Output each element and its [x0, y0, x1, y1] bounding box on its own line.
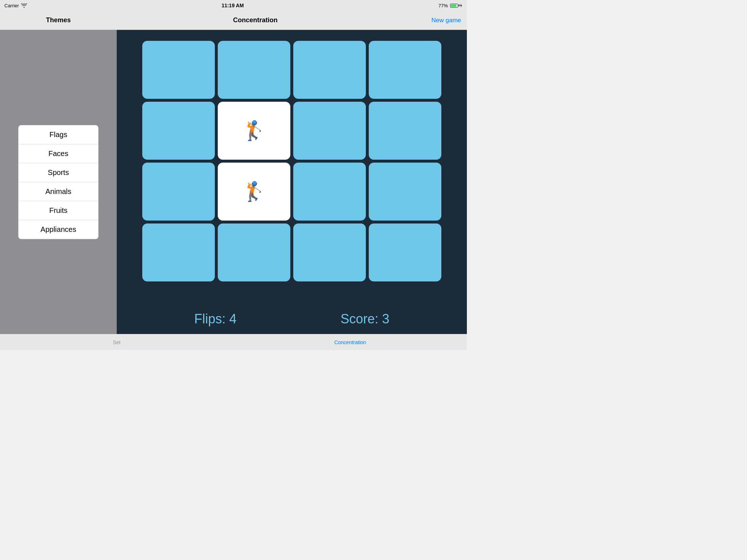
- card-10[interactable]: [293, 163, 366, 221]
- card-13[interactable]: [218, 223, 290, 281]
- game-area: 🏌️🏌️ Flips: 4 Score: 3: [117, 30, 467, 334]
- theme-item-fruits[interactable]: Fruits: [18, 201, 98, 220]
- card-3[interactable]: [369, 41, 441, 99]
- card-grid: 🏌️🏌️: [142, 41, 441, 281]
- card-0[interactable]: [142, 41, 215, 99]
- nav-sidebar-section: Themes: [0, 16, 117, 24]
- flips-label: Flips: 4: [194, 311, 236, 327]
- nav-main-title: Concentration: [233, 16, 278, 24]
- wifi-icon: [21, 3, 27, 8]
- sidebar: FlagsFacesSportsAnimalsFruitsAppliances: [0, 30, 117, 334]
- main-layout: FlagsFacesSportsAnimalsFruitsAppliances …: [0, 30, 467, 334]
- card-11[interactable]: [369, 163, 441, 221]
- card-2[interactable]: [293, 41, 366, 99]
- theme-item-sports[interactable]: Sports: [18, 163, 98, 182]
- theme-item-appliances[interactable]: Appliances: [18, 220, 98, 239]
- card-6[interactable]: [293, 102, 366, 160]
- new-game-button[interactable]: New game: [431, 17, 461, 24]
- battery-fill: [451, 4, 456, 7]
- game-stats: Flips: 4 Score: 3: [142, 308, 441, 327]
- tab-concentration[interactable]: Concentration: [233, 339, 467, 345]
- sidebar-title: Themes: [46, 16, 71, 24]
- status-bar: Carrier 11:19 AM 77%: [0, 0, 467, 11]
- card-14[interactable]: [293, 223, 366, 281]
- tab-bar: SetConcentration: [0, 334, 467, 350]
- status-left: Carrier: [4, 3, 27, 8]
- theme-item-flags[interactable]: Flags: [18, 125, 98, 144]
- battery-percent-label: 77%: [438, 3, 448, 8]
- nav-center: Concentration: [117, 16, 394, 24]
- card-1[interactable]: [218, 41, 290, 99]
- carrier-label: Carrier: [4, 3, 19, 8]
- card-12[interactable]: [142, 223, 215, 281]
- time-label: 11:19 AM: [221, 3, 244, 8]
- card-7[interactable]: [369, 102, 441, 160]
- card-9[interactable]: 🏌️: [218, 163, 290, 221]
- score-label: Score: 3: [340, 311, 389, 327]
- tab-set[interactable]: Set: [0, 339, 233, 345]
- theme-item-animals[interactable]: Animals: [18, 182, 98, 201]
- card-5[interactable]: 🏌️: [218, 102, 290, 160]
- card-4[interactable]: [142, 102, 215, 160]
- theme-list: FlagsFacesSportsAnimalsFruitsAppliances: [18, 125, 98, 239]
- card-8[interactable]: [142, 163, 215, 221]
- theme-item-faces[interactable]: Faces: [18, 144, 98, 163]
- nav-right[interactable]: New game: [394, 17, 467, 24]
- card-15[interactable]: [369, 223, 441, 281]
- charging-icon: [460, 3, 462, 8]
- battery-icon: [450, 4, 458, 8]
- nav-bar: Themes Concentration New game: [0, 11, 467, 30]
- status-right: 77%: [438, 3, 462, 8]
